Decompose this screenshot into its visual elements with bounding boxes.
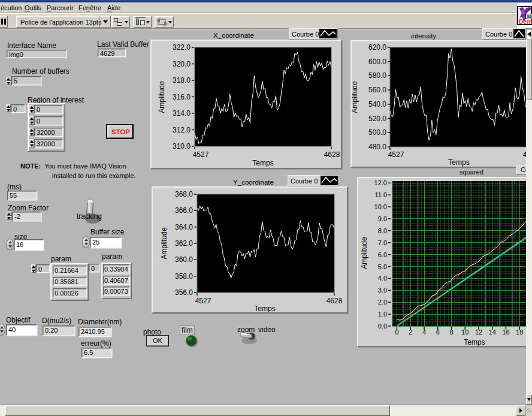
svg-text:540.0: 540.0 bbox=[368, 100, 386, 108]
svg-text:0.0: 0.0 bbox=[378, 322, 387, 330]
svg-text:16: 16 bbox=[502, 328, 509, 336]
svg-text:600.0: 600.0 bbox=[368, 58, 386, 66]
svg-text:364.0: 364.0 bbox=[175, 223, 193, 231]
svg-text:10.0: 10.0 bbox=[374, 203, 387, 210]
svg-text:Amplitude: Amplitude bbox=[360, 237, 368, 269]
svg-text:4.0: 4.0 bbox=[378, 275, 387, 282]
svg-text:6: 6 bbox=[436, 328, 440, 336]
svg-text:Amplitude: Amplitude bbox=[160, 227, 168, 260]
svg-text:580.0: 580.0 bbox=[368, 71, 386, 80]
svg-text:358.0: 358.0 bbox=[175, 272, 193, 281]
svg-text:320.0: 320.0 bbox=[173, 60, 191, 68]
svg-text:560.0: 560.0 bbox=[368, 86, 386, 94]
svg-text:10: 10 bbox=[461, 328, 468, 336]
svg-text:Temps: Temps bbox=[448, 158, 469, 167]
svg-text:2: 2 bbox=[409, 328, 412, 336]
svg-text:4527: 4527 bbox=[388, 150, 404, 159]
svg-text:310.0: 310.0 bbox=[173, 142, 191, 150]
svg-text:368.0: 368.0 bbox=[175, 190, 193, 198]
svg-text:11.0: 11.0 bbox=[374, 191, 387, 198]
svg-text:Temps: Temps bbox=[464, 338, 485, 346]
svg-text:4527: 4527 bbox=[195, 297, 211, 305]
svg-text:362.0: 362.0 bbox=[175, 239, 193, 248]
svg-text:316.0: 316.0 bbox=[173, 93, 191, 101]
svg-text:620.0: 620.0 bbox=[368, 43, 386, 52]
svg-text:2.0: 2.0 bbox=[378, 299, 387, 306]
svg-text:366.0: 366.0 bbox=[175, 206, 193, 215]
svg-text:318.0: 318.0 bbox=[173, 76, 191, 85]
svg-text:12.0: 12.0 bbox=[374, 179, 387, 186]
svg-text:4527: 4527 bbox=[193, 150, 209, 159]
svg-text:8: 8 bbox=[449, 328, 453, 336]
svg-text:314.0: 314.0 bbox=[173, 109, 191, 117]
svg-text:6.0: 6.0 bbox=[378, 251, 387, 258]
svg-text:Amplitude: Amplitude bbox=[158, 81, 166, 113]
svg-text:Temps: Temps bbox=[252, 159, 273, 167]
svg-text:1.0: 1.0 bbox=[378, 311, 387, 318]
svg-text:312.0: 312.0 bbox=[173, 126, 191, 134]
svg-text:18: 18 bbox=[516, 328, 523, 336]
svg-text:4628: 4628 bbox=[327, 297, 343, 305]
svg-text:8.0: 8.0 bbox=[378, 227, 387, 234]
svg-text:360.0: 360.0 bbox=[175, 255, 193, 264]
svg-text:356.0: 356.0 bbox=[175, 288, 193, 297]
svg-text:0: 0 bbox=[395, 328, 398, 336]
svg-text:500.0: 500.0 bbox=[368, 128, 386, 137]
svg-text:7.0: 7.0 bbox=[378, 239, 387, 246]
svg-text:9.0: 9.0 bbox=[378, 215, 387, 222]
svg-text:14: 14 bbox=[489, 328, 496, 336]
svg-text:322.0: 322.0 bbox=[173, 43, 191, 52]
svg-text:Temps: Temps bbox=[254, 305, 275, 312]
svg-text:5.0: 5.0 bbox=[378, 263, 387, 270]
svg-text:520.0: 520.0 bbox=[368, 114, 386, 123]
svg-text:Amplitude: Amplitude bbox=[352, 81, 359, 113]
svg-text:3.0: 3.0 bbox=[378, 287, 387, 294]
svg-text:12: 12 bbox=[475, 328, 482, 336]
svg-text:4628: 4628 bbox=[324, 150, 340, 159]
svg-text:4: 4 bbox=[422, 328, 426, 336]
svg-text:480.0: 480.0 bbox=[368, 143, 386, 151]
